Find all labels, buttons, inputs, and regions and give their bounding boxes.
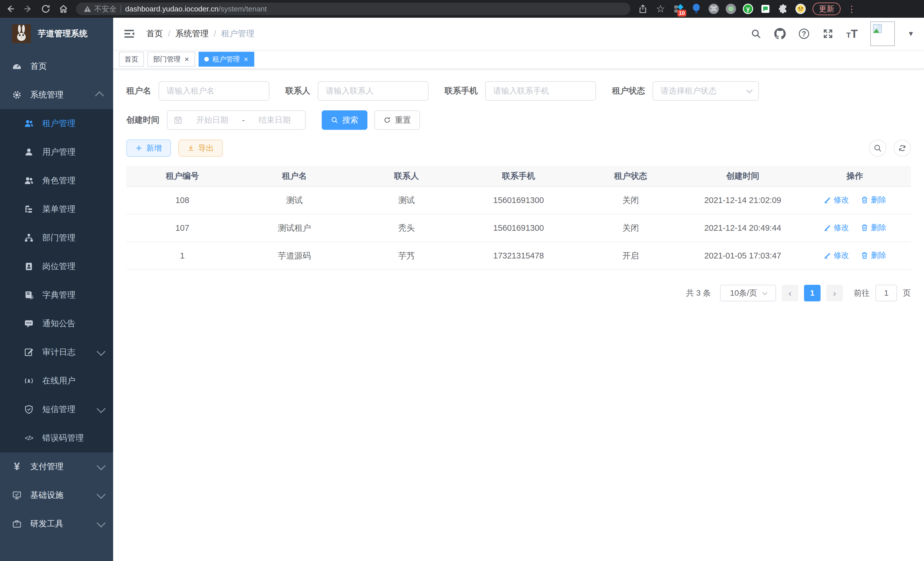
share-icon[interactable] [638, 4, 648, 14]
status-label: 租户状态 [612, 85, 645, 97]
edit-link[interactable]: 修改 [824, 250, 849, 260]
gear-icon [12, 90, 22, 100]
sidebar-item-dict[interactable]: 字典管理 [0, 281, 113, 309]
search-button[interactable]: 搜索 [322, 110, 368, 130]
tenant-name-label: 租户名 [126, 85, 151, 97]
next-page-button[interactable]: › [826, 285, 843, 301]
chevron-down-icon [97, 462, 105, 470]
delete-link[interactable]: 删除 [861, 195, 886, 205]
col-contact: 联系人 [351, 166, 463, 186]
avatar[interactable] [870, 21, 895, 46]
sidebar-item-online-user[interactable]: 在线用户 [0, 367, 113, 395]
tab-dept[interactable]: 部门管理 × [147, 52, 195, 67]
extension-emoji-icon[interactable] [795, 4, 806, 14]
edit-link[interactable]: 修改 [824, 223, 849, 233]
main-area: 首页 / 系统管理 / 租户管理 ? TT [113, 18, 924, 561]
warning-triangle-icon [83, 5, 92, 13]
help-icon[interactable]: ? [798, 28, 810, 39]
chevron-down-icon [746, 87, 753, 93]
tab-home[interactable]: 首页 [119, 52, 144, 67]
address-bar[interactable]: 不安全 dashboard.yudao.iocoder.cn/system/te… [76, 3, 630, 15]
show-search-toggle-icon[interactable] [869, 140, 886, 157]
table-row: 1 芋道源码 芋艿 17321315478 开启 2021-01-05 17:0… [126, 242, 911, 270]
prev-page-button[interactable]: ‹ [782, 285, 798, 301]
page-size-select[interactable]: 10条/页 [720, 285, 776, 301]
current-page-button[interactable]: 1 [804, 285, 820, 301]
url-divider [121, 5, 121, 13]
header-search-icon[interactable] [750, 28, 762, 39]
add-button[interactable]: 新增 [126, 140, 171, 157]
browser-home-icon[interactable] [58, 4, 69, 14]
security-warning[interactable]: 不安全 [83, 4, 117, 14]
date-end-placeholder: 结束日期 [250, 115, 299, 126]
browser-menu-dots-icon[interactable]: ⋮ [848, 4, 856, 14]
delete-link[interactable]: 删除 [861, 250, 886, 260]
contact-input[interactable] [318, 81, 429, 101]
close-icon[interactable]: × [184, 56, 189, 63]
extension-balloon-icon[interactable] [691, 3, 702, 14]
sidebar-item-sms[interactable]: 短信管理 [0, 395, 113, 424]
sidebar-item-audit-log[interactable]: 审计日志 [0, 338, 113, 367]
sidebar-item-dept[interactable]: 部门管理 [0, 224, 113, 252]
sidebar-item-role[interactable]: 角色管理 [0, 166, 113, 195]
sidebar-item-system[interactable]: 系统管理 [0, 81, 113, 109]
edit-link[interactable]: 修改 [824, 195, 849, 205]
contact-label: 联系人 [285, 85, 310, 97]
extension-chat-icon[interactable] [760, 3, 771, 14]
sidebar-collapse-icon[interactable] [123, 27, 135, 40]
sidebar-item-pay[interactable]: ¥ 支付管理 [0, 452, 113, 481]
sidebar-item-menu[interactable]: 菜单管理 [0, 195, 113, 224]
chevron-down-icon [97, 404, 105, 413]
chevron-down-icon [97, 490, 105, 499]
refresh-table-icon[interactable] [894, 140, 911, 157]
filter-row-1: 租户名 联系人 联系手机 租户状态 请选择租户状态 [126, 81, 911, 101]
plus-icon [135, 145, 142, 152]
sidebar-item-errcode[interactable]: </> 错误码管理 [0, 424, 113, 452]
col-status: 租户状态 [574, 166, 687, 186]
browser-update-button[interactable]: 更新 [813, 3, 841, 15]
status-select[interactable]: 请选择租户状态 [652, 81, 759, 101]
table-row: 108 测试 测试 15601691300 关闭 2021-12-14 21:0… [126, 186, 911, 214]
bookmark-star-icon[interactable]: ☆ [656, 4, 666, 14]
font-size-icon[interactable]: TT [846, 28, 858, 39]
fullscreen-icon[interactable] [822, 28, 834, 39]
online-users-icon [24, 376, 34, 386]
date-range-picker[interactable]: 开始日期 - 结束日期 [167, 110, 306, 130]
sidebar-item-post[interactable]: 岗位管理 [0, 252, 113, 281]
table-tools [869, 140, 911, 157]
delete-link[interactable]: 删除 [861, 223, 886, 233]
browser-forward-icon[interactable] [23, 4, 33, 14]
sidebar-item-user[interactable]: 用户管理 [0, 138, 113, 166]
extension-cmd-icon[interactable]: ⌘ [709, 4, 719, 14]
sidebar-menu: 首页 系统管理 租户管理 用户管理 角色管理 菜单管理 [0, 50, 113, 538]
total-count: 共 3 条 [686, 288, 711, 299]
sidebar-item-infra[interactable]: 基础设施 [0, 481, 113, 510]
browser-back-icon[interactable] [5, 4, 15, 14]
sidebar-item-home[interactable]: 首页 [0, 52, 113, 81]
reset-button[interactable]: 重置 [374, 110, 420, 130]
sidebar-item-devtools[interactable]: 研发工具 [0, 510, 113, 538]
logo-row[interactable]: 芋道管理系统 [0, 18, 113, 50]
extension-grid-icon[interactable]: 10 [673, 3, 684, 14]
tab-tenant[interactable]: 租户管理 × [199, 52, 254, 67]
mobile-input[interactable] [485, 81, 596, 101]
sidebar-item-tenant[interactable]: 租户管理 [0, 109, 113, 138]
tenant-name-input[interactable] [159, 81, 269, 101]
avatar-caret-icon[interactable]: ▼ [908, 30, 914, 38]
breadcrumb-home[interactable]: 首页 [146, 28, 163, 39]
breadcrumb-system[interactable]: 系统管理 [176, 28, 208, 39]
extension-dot-icon[interactable] [726, 4, 736, 14]
github-icon[interactable] [774, 28, 786, 39]
app-title: 芋道管理系统 [38, 28, 87, 39]
export-button[interactable]: 导出 [178, 140, 223, 157]
sidebar-item-notice[interactable]: 通知公告 [0, 309, 113, 338]
top-navbar: 首页 / 系统管理 / 租户管理 ? TT [113, 18, 924, 50]
close-icon[interactable]: × [243, 56, 249, 63]
browser-reload-icon[interactable] [40, 4, 51, 14]
goto-page-input[interactable] [875, 285, 897, 301]
extension-puzzle-icon[interactable] [778, 3, 789, 14]
extension-y-icon[interactable]: y [743, 4, 753, 14]
briefcase-icon [12, 519, 22, 529]
refresh-icon [383, 116, 391, 124]
page-content: 租户名 联系人 联系手机 租户状态 请选择租户状态 [113, 69, 924, 561]
